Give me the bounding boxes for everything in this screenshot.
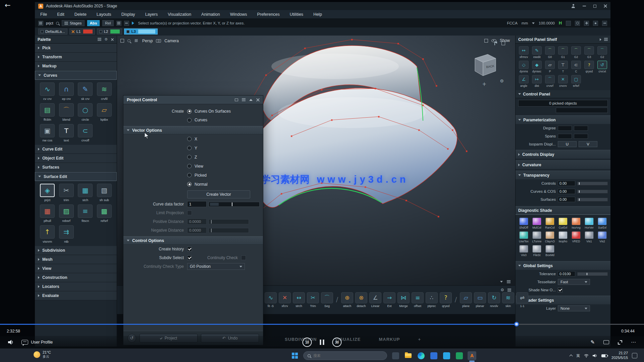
palette-tool[interactable]: ⇉ ntb	[57, 225, 76, 243]
section-global-settings[interactable]: Global Settings	[516, 261, 610, 270]
close-icon[interactable]	[604, 4, 607, 8]
diagnostic-shade-mode[interactable]: FileSt	[531, 245, 543, 257]
skip-back-button[interactable]: 10	[303, 338, 312, 347]
tool-palette-icon[interactable]	[38, 21, 43, 26]
battery-icon[interactable]	[601, 354, 607, 357]
diagnostic-shade-mode[interactable]: MulCol	[531, 218, 543, 229]
back-button[interactable]: ←	[5, 1, 11, 9]
palette-section[interactable]: Object Edit	[35, 154, 117, 163]
layer-dropdown[interactable]: None	[558, 305, 590, 311]
palette-section-curves[interactable]: Curves	[35, 71, 117, 80]
start-button[interactable]	[290, 351, 299, 360]
palette-section[interactable]: Markup	[35, 62, 117, 71]
view-zoom-icon[interactable]	[127, 39, 130, 42]
radio[interactable]	[187, 164, 192, 168]
palette-section[interactable]: Subdivision	[35, 246, 117, 255]
tolerance-slider[interactable]	[577, 272, 608, 276]
menu-item[interactable]: Layouts	[97, 12, 111, 17]
bookmark-icon[interactable]	[494, 42, 497, 45]
timeline-scrubber[interactable]	[514, 322, 519, 326]
shelf-icon[interactable]: ✎ xsedit	[531, 46, 543, 59]
palette-tool[interactable]: ∿ cv crv	[38, 82, 57, 101]
grid-snap-icon[interactable]	[116, 21, 121, 26]
tolerance-field[interactable]: 0.0100	[558, 271, 575, 277]
value-field[interactable]: 0.00	[558, 189, 575, 194]
menu-item[interactable]: Help	[313, 12, 322, 17]
collapse-icon[interactable]	[518, 93, 521, 95]
subdiv-select-checkbox[interactable]	[187, 255, 192, 260]
vector-option[interactable]: Normal	[123, 180, 263, 189]
wifi-icon[interactable]	[584, 354, 589, 358]
collapse-dialog-icon[interactable]	[249, 99, 253, 101]
app-green-icon[interactable]	[455, 351, 464, 360]
menu-item[interactable]: Preferences	[257, 12, 279, 17]
menu-item[interactable]: Layers	[145, 12, 158, 17]
menu-item[interactable]: Delete	[74, 12, 87, 17]
shelf-tool[interactable]: ∿ fit -S	[265, 292, 277, 308]
shelf-tool[interactable]: ✂ Trim	[307, 292, 319, 308]
vector-option[interactable]: Z	[123, 153, 263, 162]
taskview-app-icon[interactable]	[391, 351, 400, 360]
shelf-tool[interactable]: ∴ ptprec	[426, 292, 438, 308]
panel-menu-icon[interactable]	[507, 280, 511, 283]
shelf-icon[interactable]: ⌒ G3	[583, 46, 595, 59]
vector-option[interactable]: Picked	[123, 171, 263, 180]
shelf-tool[interactable]: ▱ plane	[460, 292, 472, 308]
shelf-tool[interactable]: ? qryed	[440, 292, 452, 308]
spans-v-field[interactable]	[574, 134, 588, 139]
palette-section[interactable]: Locators	[35, 282, 117, 291]
diagnostic-shade-mode[interactable]: Vis3	[518, 245, 530, 257]
layer-toggle-icon[interactable]	[126, 30, 129, 33]
scale-value[interactable]: 100.0000	[539, 21, 555, 25]
video-timeline[interactable]	[0, 324, 644, 325]
menu-item[interactable]: Windows	[230, 12, 247, 17]
taskbar-search[interactable]	[303, 351, 387, 360]
shelf-icon[interactable]: ↺ crvcvt	[596, 61, 608, 73]
shelf-icon[interactable]: ✕ crvcrv	[557, 75, 569, 87]
speaker-icon[interactable]	[593, 354, 597, 358]
store-app-icon[interactable]	[442, 351, 451, 360]
camera-icon[interactable]	[156, 39, 161, 43]
section-parameterization[interactable]: Parameterization	[516, 115, 610, 124]
view-cube[interactable]: BACK	[470, 50, 499, 80]
value-slider[interactable]	[577, 182, 608, 185]
camera-label[interactable]: Camera	[164, 39, 179, 43]
shelf-tool[interactable]: ↔ strch	[293, 292, 305, 308]
positive-distance-slider[interactable]	[209, 219, 249, 224]
layer-color-swatch[interactable]	[138, 29, 156, 34]
notes-icon[interactable]	[603, 340, 609, 344]
caption-icon[interactable]	[21, 340, 28, 345]
home-view-icon[interactable]	[501, 42, 505, 45]
palette-tool[interactable]: ⊂ crvoff	[76, 124, 95, 142]
radio[interactable]	[187, 146, 192, 150]
dialog-close-icon[interactable]	[256, 98, 260, 102]
shelf-icon[interactable]: ∠ angle	[518, 75, 530, 87]
section-curvature[interactable]: Curvature	[516, 160, 610, 169]
prompt-history-icon[interactable]	[124, 21, 129, 26]
diagnostic-shade-mode[interactable]: CurEvl	[557, 218, 569, 229]
frame-icon[interactable]	[484, 39, 488, 43]
diagnostic-shade-mode[interactable]: HorVer	[583, 218, 595, 229]
palette-section[interactable]: Curve Edit	[35, 145, 117, 154]
shelf-icon[interactable]: ◇ dynms	[518, 61, 530, 73]
shelf-tool[interactable]: /	[335, 294, 339, 306]
maximize-icon[interactable]	[593, 5, 596, 8]
palette-section[interactable]: Construction	[35, 273, 117, 282]
view-grid-icon[interactable]	[134, 38, 139, 43]
alias-taskbar-icon[interactable]: A	[468, 351, 476, 360]
diagnostic-shade-mode[interactable]: SurEvl	[596, 218, 608, 229]
continuity-type-dropdown[interactable]: G0 Position	[187, 263, 245, 270]
shelf-icon[interactable]: ◆ dynsec	[531, 61, 543, 73]
palette-tool[interactable]: ▱ kptbx	[95, 103, 114, 121]
dialog-title-bar[interactable]: Project Control	[123, 96, 263, 104]
menu-item[interactable]: Animation	[201, 12, 220, 17]
value-slider[interactable]	[577, 190, 608, 193]
snap-grid-icon[interactable]	[584, 21, 589, 26]
menu-item[interactable]: Display	[121, 12, 135, 17]
shelf-tool[interactable]: ⊕ attach	[341, 292, 353, 308]
shelf-tool[interactable]: ✕ xfcrv	[279, 292, 291, 308]
value-field[interactable]: 0.00	[558, 181, 575, 186]
layer-color-swatch[interactable]	[110, 29, 120, 34]
palette-tool[interactable]: T text	[57, 124, 76, 142]
pause-button[interactable]	[320, 340, 324, 345]
